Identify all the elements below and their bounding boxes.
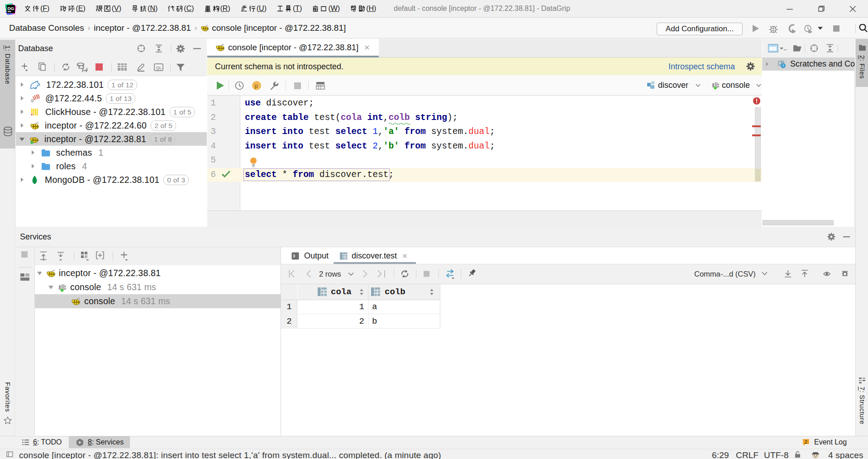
svg-text:Comma-...d (CSV): Comma-...d (CSV) [694, 270, 756, 278]
svg-text:QL: QL [156, 65, 162, 70]
svg-text:2: 2 [805, 439, 807, 445]
svg-text:p: p [255, 82, 258, 89]
svg-text:DG: DG [8, 6, 14, 11]
svg-text:2 rows: 2 rows [319, 270, 341, 278]
